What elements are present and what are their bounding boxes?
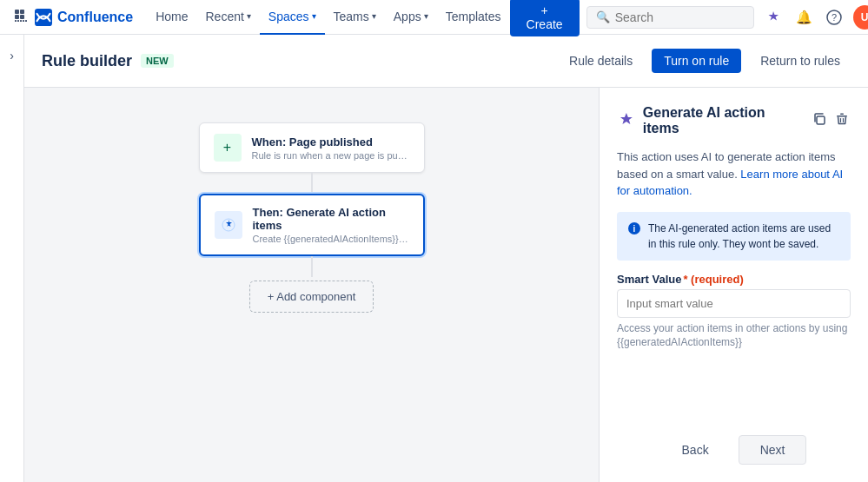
right-panel: Generate AI action items (599, 88, 868, 482)
panel-header-icons (811, 110, 851, 131)
panel-description: This action uses AI to generate action i… (617, 149, 851, 200)
svg-rect-14 (837, 116, 847, 117)
nav-left: Confluence (10, 5, 147, 30)
info-box: i The AI-generated action items are used… (617, 212, 851, 261)
action-subtitle: Create {{generatedAIActionItems}} smart … (253, 234, 409, 244)
trigger-title: When: Page published (252, 135, 410, 149)
action-node[interactable]: Then: Generate AI action items Create {{… (199, 194, 425, 256)
new-badge: NEW (141, 54, 174, 68)
nav-links: Home Recent ▾ Spaces ▾ Teams ▾ Apps ▾ Te… (147, 0, 509, 35)
next-button[interactable]: Next (739, 435, 807, 465)
chevron-down-icon: ▾ (247, 11, 251, 21)
flow-connector (311, 173, 313, 194)
svg-rect-3 (20, 15, 24, 19)
nav-templates[interactable]: Templates (437, 0, 510, 35)
delete-button[interactable] (833, 110, 851, 131)
nav-recent[interactable]: Recent ▾ (196, 0, 259, 35)
ai-assistant-button[interactable] (761, 5, 785, 30)
create-button[interactable]: + Create (510, 0, 580, 36)
svg-rect-7 (23, 20, 24, 22)
svg-rect-9 (35, 9, 52, 26)
return-to-rules-button[interactable]: Return to rules (750, 49, 851, 73)
trigger-text: When: Page published Rule is run when a … (252, 135, 410, 161)
nav-spaces[interactable]: Spaces ▾ (260, 0, 325, 35)
svg-text:i: i (633, 224, 636, 234)
copy-button[interactable] (811, 110, 828, 131)
trigger-icon-wrap: + (214, 134, 242, 162)
svg-rect-4 (15, 20, 17, 22)
nav-teams[interactable]: Teams ▾ (325, 0, 385, 35)
action-text: Then: Generate AI action items Create {{… (253, 206, 409, 244)
logo-text: Confluence (57, 10, 133, 25)
top-bar: Rule builder NEW Rule details Turn on ru… (24, 35, 868, 88)
svg-text:?: ? (832, 12, 837, 23)
turn-on-rule-button[interactable]: Turn on rule (652, 49, 741, 73)
panel-header-left: Generate AI action items (617, 105, 804, 136)
chevron-down-icon: ▾ (372, 11, 376, 21)
svg-rect-0 (15, 10, 19, 14)
svg-rect-5 (17, 20, 19, 22)
panel-footer: Back Next (617, 426, 851, 465)
avatar[interactable]: U (853, 5, 868, 30)
flow-connector-2 (311, 256, 313, 277)
panel-header: Generate AI action items (617, 105, 851, 136)
chevron-down-icon: ▾ (312, 11, 316, 21)
canvas: + When: Page published Rule is run when … (24, 88, 599, 482)
trigger-subtitle: Rule is run when a new page is published… (252, 150, 410, 161)
info-text: The AI-generated action items are used i… (648, 221, 840, 252)
page-title: Rule builder (42, 52, 132, 70)
navbar: Confluence Home Recent ▾ Spaces ▾ Teams … (0, 0, 868, 35)
info-icon: i (627, 221, 641, 238)
svg-rect-8 (25, 20, 27, 22)
nav-apps[interactable]: Apps ▾ (385, 0, 437, 35)
nav-right: + Create 🔍 🔔 ? U (510, 0, 868, 36)
search-icon: 🔍 (596, 10, 610, 23)
flow-container: + When: Page published Rule is run when … (199, 122, 425, 313)
rule-details-button[interactable]: Rule details (559, 49, 643, 73)
action-title: Then: Generate AI action items (253, 206, 409, 232)
svg-rect-1 (20, 10, 24, 14)
logo[interactable]: Confluence (35, 9, 133, 26)
svg-rect-15 (840, 114, 844, 116)
smart-value-hint: Access your action items in other action… (617, 321, 851, 351)
notifications-button[interactable]: 🔔 (792, 5, 816, 30)
add-component-button[interactable]: + Add component (249, 281, 374, 313)
chevron-right-icon: › (10, 49, 14, 63)
svg-rect-13 (817, 116, 825, 124)
chevron-down-icon: ▾ (424, 11, 428, 21)
svg-rect-2 (15, 15, 19, 19)
main-content: Rule builder NEW Rule details Turn on ru… (24, 35, 868, 482)
search-input[interactable] (615, 10, 745, 24)
grid-icon[interactable] (10, 5, 31, 30)
sidebar-toggle[interactable]: › (0, 35, 24, 482)
svg-rect-6 (20, 20, 22, 22)
smart-value-label: Smart Value* (required) (617, 273, 851, 286)
panel-ai-icon (617, 111, 636, 130)
action-icon-wrap (215, 211, 242, 239)
help-button[interactable]: ? (823, 5, 846, 30)
ai-action-icon (221, 217, 236, 233)
plus-icon: + (223, 140, 231, 155)
back-button[interactable]: Back (661, 435, 730, 465)
nav-home[interactable]: Home (147, 0, 196, 35)
top-bar-actions: Rule details Turn on rule Return to rule… (559, 49, 851, 73)
canvas-panel: + When: Page published Rule is run when … (24, 88, 868, 482)
smart-value-group: Smart Value* (required) Access your acti… (617, 273, 851, 351)
panel-title: Generate AI action items (643, 105, 804, 136)
top-bar-left: Rule builder NEW (42, 52, 174, 70)
search-box[interactable]: 🔍 (586, 6, 755, 29)
trigger-node[interactable]: + When: Page published Rule is run when … (199, 122, 425, 173)
page-layout: › Rule builder NEW Rule details Turn on … (0, 35, 868, 482)
smart-value-input[interactable] (617, 289, 851, 318)
